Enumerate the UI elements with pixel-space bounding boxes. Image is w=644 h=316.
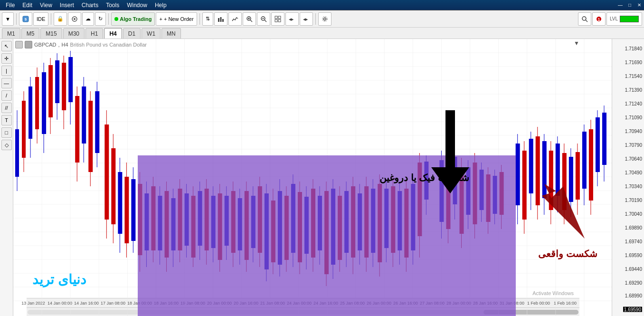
- cloud-button[interactable]: ☁: [82, 12, 94, 26]
- radio-button[interactable]: [68, 12, 81, 26]
- algo-status-dot: [114, 17, 118, 21]
- shapes-tool[interactable]: ◇: [1, 140, 12, 150]
- svg-rect-74: [42, 72, 46, 134]
- svg-rect-14: [275, 16, 277, 19]
- menu-window[interactable]: Window: [123, 1, 151, 10]
- svg-point-21: [322, 17, 327, 21]
- chart-canvas[interactable]: GBPCAD , H4 British Pound vs Canadian Do…: [13, 39, 612, 316]
- menu-view[interactable]: View: [36, 1, 56, 10]
- price-8: 1.70790: [625, 143, 642, 148]
- tf-m15[interactable]: M15: [40, 28, 62, 38]
- real-break-label: شکست واقعی: [538, 248, 597, 259]
- tf-m1[interactable]: M1: [2, 28, 20, 38]
- svg-rect-70: [28, 86, 32, 139]
- alert-button[interactable]: 1: [592, 12, 606, 26]
- svg-line-12: [265, 20, 266, 22]
- svg-rect-90: [95, 91, 99, 153]
- svg-marker-240: [542, 184, 585, 239]
- tf-mn[interactable]: MN: [161, 28, 181, 38]
- lvl-label: LVL: [610, 16, 618, 21]
- svg-point-22: [582, 17, 586, 20]
- svg-rect-100: [131, 179, 135, 241]
- svg-rect-92: [104, 124, 109, 220]
- real-breakout-arrow: [540, 182, 587, 240]
- menu-edit[interactable]: Edit: [19, 1, 36, 10]
- crosshair-tool[interactable]: ✛: [1, 53, 12, 64]
- price-7: 1.70940: [625, 129, 642, 134]
- svg-line-8: [250, 20, 252, 22]
- svg-rect-236: [602, 113, 606, 165]
- price-19: 1.68990: [625, 293, 642, 298]
- menu-charts[interactable]: Charts: [78, 1, 102, 10]
- new-order-button[interactable]: + + New Order: [156, 12, 197, 26]
- menu-tools[interactable]: Tools: [102, 1, 123, 10]
- price-10: 1.70490: [625, 170, 642, 175]
- trend-line-tool[interactable]: /: [1, 90, 12, 101]
- svg-rect-76: [48, 65, 53, 117]
- period-button[interactable]: ◀▶: [285, 12, 299, 26]
- algo-trading-label: Algo Trading: [120, 16, 152, 22]
- menu-help[interactable]: Help: [151, 1, 170, 10]
- rectangle-tool[interactable]: □: [1, 127, 12, 138]
- cursor-tool[interactable]: ↖: [1, 41, 12, 51]
- menu-file[interactable]: File: [2, 1, 19, 10]
- bar-chart-button[interactable]: [214, 12, 227, 26]
- tf-h1[interactable]: H1: [85, 28, 103, 38]
- new-order-label: + New Order: [164, 16, 194, 22]
- maximize-button[interactable]: □: [625, 0, 635, 10]
- zoom-out-button[interactable]: [257, 12, 270, 26]
- vertical-line-tool[interactable]: |: [1, 66, 12, 76]
- lock-button[interactable]: 🔒: [54, 12, 67, 26]
- channel-tool[interactable]: //: [1, 103, 12, 113]
- text-tool[interactable]: T: [1, 115, 12, 125]
- toolbar-separator-5: [315, 13, 316, 25]
- chart-symbol: GBPCAD: [34, 42, 56, 48]
- main-toolbar: ▼ $ IDE 🔒 ☁ ↻ Algo Trading + + New Order…: [0, 10, 644, 28]
- refresh-button[interactable]: ↻: [95, 12, 106, 26]
- price-12: 1.70190: [625, 198, 642, 203]
- line-chart-button[interactable]: [228, 12, 242, 26]
- svg-rect-6: [222, 19, 224, 22]
- minimize-button[interactable]: —: [616, 0, 625, 10]
- tf-m30[interactable]: M30: [63, 28, 85, 38]
- search-button[interactable]: [578, 12, 591, 26]
- svg-rect-16: [275, 19, 277, 22]
- horizontal-line-tool[interactable]: —: [1, 78, 12, 88]
- account-icon[interactable]: $: [19, 12, 32, 26]
- svg-rect-230: [582, 132, 587, 189]
- tf-m5[interactable]: M5: [21, 28, 40, 38]
- tf-h4[interactable]: H4: [104, 28, 122, 38]
- lvl-indicator: LVL: [606, 12, 642, 26]
- price-2: 1.71690: [625, 60, 642, 65]
- price-13: 1.70040: [625, 211, 642, 217]
- chart-description: British Pound vs Canadian Dollar: [70, 42, 147, 48]
- close-button[interactable]: ✕: [635, 0, 644, 10]
- settings-button[interactable]: [318, 12, 331, 26]
- period-button2[interactable]: ◀▶: [300, 12, 313, 26]
- price-4: 1.71390: [625, 87, 642, 93]
- plus-icon: +: [159, 16, 162, 22]
- grid-button[interactable]: [271, 12, 284, 26]
- svg-rect-66: [15, 129, 19, 177]
- ide-button[interactable]: IDE: [33, 12, 48, 26]
- menu-insert[interactable]: Insert: [56, 1, 78, 10]
- chart-shift-button[interactable]: ⇅: [202, 12, 213, 26]
- chart-period: H4: [62, 42, 68, 48]
- algo-trading-button[interactable]: Algo Trading: [111, 12, 155, 26]
- svg-rect-88: [88, 101, 93, 172]
- svg-rect-210: [516, 144, 520, 205]
- tf-w1[interactable]: W1: [142, 28, 161, 38]
- svg-point-3: [74, 18, 76, 20]
- toolbar-separator-3: [108, 13, 109, 25]
- profile-dropdown[interactable]: ▼: [2, 12, 14, 26]
- svg-rect-84: [75, 96, 79, 163]
- svg-rect-72: [35, 77, 39, 129]
- svg-text:1: 1: [597, 17, 600, 22]
- price-9: 1.70640: [625, 156, 642, 162]
- zoom-in-button[interactable]: [243, 12, 256, 26]
- tf-d1[interactable]: D1: [123, 28, 141, 38]
- symbol-icon: [15, 41, 23, 48]
- menu-bar: File Edit View Insert Charts Tools Windo…: [2, 1, 170, 10]
- price-5: 1.71240: [625, 101, 642, 106]
- fake-breakout-arrow: [431, 110, 469, 198]
